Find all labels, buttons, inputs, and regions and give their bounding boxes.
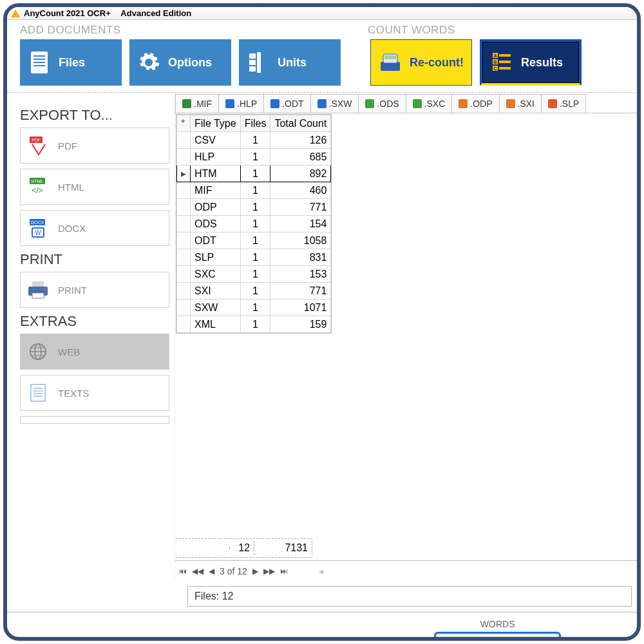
svg-rect-6 xyxy=(249,53,256,59)
print-item[interactable]: PRINT xyxy=(20,272,169,308)
options-button[interactable]: Options xyxy=(129,39,231,86)
pager-next-icon[interactable]: ▶ xyxy=(252,567,258,576)
docx-icon: DOCXW xyxy=(27,217,49,239)
extras-texts[interactable]: TEXTS xyxy=(20,375,169,411)
tab-mif[interactable]: .MIF xyxy=(175,94,219,113)
table-row[interactable]: ODS1154 xyxy=(177,216,331,232)
units-icon xyxy=(247,50,270,75)
counter-value: 7131 xyxy=(504,636,554,641)
table-row[interactable]: CSV1126 xyxy=(177,132,331,149)
logs-checkbox[interactable]: ✓Logs xyxy=(183,636,215,641)
grid-totals: 12 7131 xyxy=(176,538,312,558)
filetype-icon xyxy=(459,99,468,108)
extras-heading: EXTRAS xyxy=(20,313,169,330)
filetype-icon xyxy=(548,99,557,108)
ocr-checkbox[interactable]: ✓OCR xyxy=(46,636,78,641)
svg-rect-16 xyxy=(499,61,511,63)
svg-rect-15 xyxy=(499,54,511,57)
texts-icon xyxy=(27,382,49,404)
export-docx[interactable]: DOCXW DOCX xyxy=(20,210,169,246)
table-row[interactable]: ODP1771 xyxy=(177,199,331,216)
export-heading: EXPORT TO... xyxy=(20,107,169,124)
extras-more[interactable] xyxy=(20,416,169,424)
gear-icon xyxy=(137,50,160,75)
filetype-icon xyxy=(182,99,191,108)
app-logo-icon xyxy=(11,8,20,17)
table-row[interactable]: ODT11058 xyxy=(177,232,331,249)
results-button[interactable]: ABC Results xyxy=(480,39,582,86)
extras-web[interactable]: WEB xyxy=(20,334,169,370)
recount-icon xyxy=(379,50,402,75)
svg-point-33 xyxy=(44,289,46,290)
pager-prev-icon[interactable]: ◀ xyxy=(209,567,214,576)
svg-text:A: A xyxy=(493,53,497,58)
pager-first-icon[interactable]: ⏮ xyxy=(179,567,187,576)
options-label: Options xyxy=(168,56,212,70)
svg-text:</>: </> xyxy=(32,186,43,195)
filetype-icon xyxy=(317,99,327,108)
html-icon: HTML</> xyxy=(27,176,49,198)
pager-scroll-left-icon[interactable]: ◂ xyxy=(319,566,323,576)
table-row[interactable]: SXW11071 xyxy=(177,299,331,316)
tab-sxc[interactable]: .SXC xyxy=(406,94,453,113)
tab-hlp[interactable]: .HLP xyxy=(218,94,264,113)
toolbar: Files Options Units Re-count! ABC Result xyxy=(7,37,641,93)
svg-rect-2 xyxy=(33,59,45,60)
files-button[interactable]: Files xyxy=(20,39,122,86)
pdf-icon: PDF xyxy=(27,135,49,156)
pager-prevpage-icon[interactable]: ◀◀ xyxy=(192,567,204,576)
app-edition: Advanced Edition xyxy=(120,8,191,18)
svg-text:DOCX: DOCX xyxy=(31,220,44,225)
svg-rect-8 xyxy=(249,66,256,71)
svg-text:C: C xyxy=(493,66,497,71)
svg-rect-11 xyxy=(384,55,396,59)
units-label: Units xyxy=(278,56,307,70)
app-title: AnyCount 2021 OCR+ xyxy=(24,8,111,18)
recount-button[interactable]: Re-count! xyxy=(370,39,472,86)
table-row[interactable]: XML1159 xyxy=(177,316,331,333)
export-html[interactable]: HTML</> HTML xyxy=(20,169,169,205)
table-row[interactable]: SXC1153 xyxy=(177,266,331,283)
tab-sxi[interactable]: .SXI xyxy=(499,94,542,113)
svg-rect-3 xyxy=(33,62,45,63)
tab-slp[interactable]: .SLP xyxy=(541,94,586,113)
extras-web-label: WEB xyxy=(58,346,80,357)
table-row[interactable]: MIF1460 xyxy=(177,182,331,199)
units-button[interactable]: Units xyxy=(239,39,341,86)
filetype-icon xyxy=(413,99,422,108)
export-pdf[interactable]: PDF PDF xyxy=(20,128,169,164)
tab-ods[interactable]: .ODS xyxy=(358,94,406,113)
section-count-words: COUNT WORDS xyxy=(368,24,455,37)
export-pdf-label: PDF xyxy=(58,140,77,151)
table-row[interactable]: SLP1831 xyxy=(177,249,331,266)
files-icon xyxy=(28,50,51,75)
svg-rect-4 xyxy=(33,65,45,66)
files-label: Files xyxy=(59,56,85,70)
filetype-icon xyxy=(365,99,374,108)
titlebar: AnyCount 2021 OCR+ Advanced Edition xyxy=(7,7,641,20)
printer-icon xyxy=(27,279,49,301)
svg-rect-1 xyxy=(33,55,45,57)
table-row[interactable]: SXI1771 xyxy=(177,283,331,299)
svg-rect-39 xyxy=(31,384,45,401)
grid-pager[interactable]: ⏮ ◀◀ ◀ 3 of 12 ▶ ▶▶ ⏭ ◂ xyxy=(175,560,641,581)
tab-odp[interactable]: .ODP xyxy=(451,94,499,113)
svg-text:W: W xyxy=(35,229,41,236)
footer: ✓OCR ✓Make .TXT ✓Logs WORDS 888887131 xyxy=(7,612,641,641)
word-counter: 888887131 xyxy=(434,632,561,641)
main-area: .MIF.HLP.ODT.SXW.ODS.SXC.ODP.SXI.SLP *Fi… xyxy=(175,93,641,581)
table-row[interactable]: ▸HTM1892 xyxy=(177,166,331,182)
table-row[interactable]: HLP1685 xyxy=(177,149,331,166)
tab-sxw[interactable]: .SXW xyxy=(310,94,359,113)
tab-odt[interactable]: .ODT xyxy=(263,94,310,113)
export-html-label: HTML xyxy=(58,182,84,193)
extras-texts-label: TEXTS xyxy=(58,388,89,399)
results-icon: ABC xyxy=(490,50,513,75)
status-files: Files: 12 xyxy=(187,586,632,607)
results-grid[interactable]: *File TypeFilesTotal CountCSV1126HLP1685… xyxy=(176,114,332,334)
make-txt-checkbox[interactable]: ✓Make .TXT xyxy=(101,636,159,641)
pager-last-icon[interactable]: ⏭ xyxy=(280,567,288,576)
recount-label: Re-count! xyxy=(410,56,464,70)
svg-rect-7 xyxy=(249,60,256,65)
pager-nextpage-icon[interactable]: ▶▶ xyxy=(263,567,275,576)
